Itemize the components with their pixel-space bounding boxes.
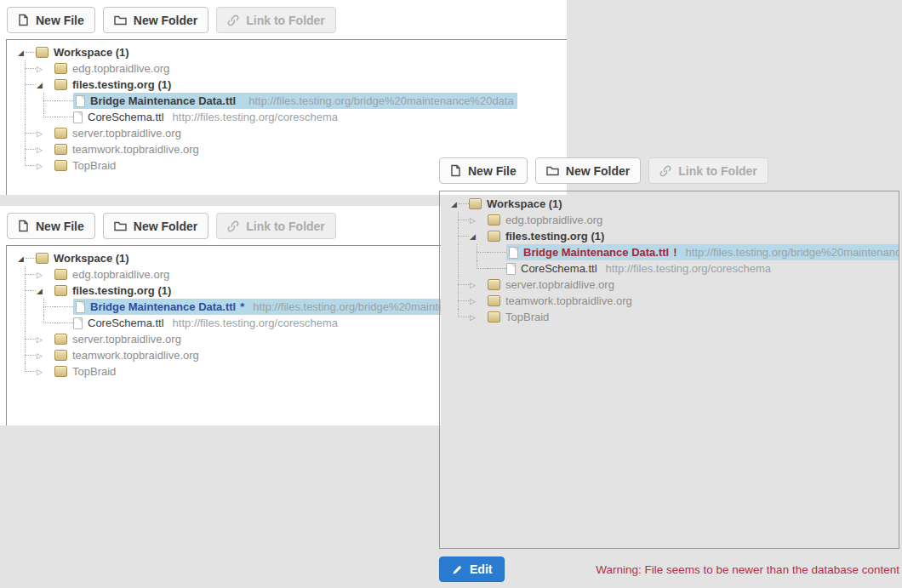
tree-item-edg[interactable]: ▷ edg.topbraidlive.org (440, 212, 899, 228)
toolbar: New File New Folder Link to Folder (0, 0, 567, 40)
folder-icon (54, 128, 67, 139)
expander-closed-icon[interactable]: ▷ (37, 335, 43, 343)
expander-closed-icon[interactable]: ▷ (37, 368, 43, 375)
expander-open-icon[interactable]: ◢ (37, 81, 43, 88)
tree-item-label: Bridge Maintenance Data.ttl (90, 94, 236, 107)
tree-item-coreschema[interactable]: CoreSchema.ttl http://files.testing.org/… (7, 109, 567, 125)
tree-item-label: TopBraid (72, 365, 116, 378)
tree-item-bridge-maintenance[interactable]: Bridge Maintenance Data.ttl * http://fil… (7, 299, 441, 315)
file-icon (73, 317, 83, 329)
selected-file-highlight[interactable]: Bridge Maintenance Data.ttl * http://fil… (73, 299, 441, 315)
new-folder-label: New Folder (566, 164, 630, 178)
new-folder-icon (114, 220, 127, 231)
tree-item-label: teamwork.topbraidlive.org (505, 294, 632, 307)
tree-item-files[interactable]: ◢ files.testing.org (1) (440, 228, 899, 244)
new-file-label: New File (468, 164, 517, 178)
expander-open-icon[interactable]: ◢ (37, 287, 43, 294)
new-folder-button[interactable]: New Folder (103, 213, 208, 239)
new-folder-button[interactable]: New Folder (103, 7, 208, 33)
folder-icon (488, 279, 500, 290)
new-folder-label: New Folder (134, 220, 197, 233)
new-file-icon (18, 14, 29, 26)
tree-item-topbraid[interactable]: ▷ TopBraid (7, 363, 441, 380)
tree-item-label: Workspace (1) (487, 197, 562, 210)
folder-icon (54, 350, 67, 361)
selected-file-highlight[interactable]: Bridge Maintenance Data.ttl http://files… (73, 93, 517, 109)
link-icon (227, 220, 239, 232)
link-to-folder-label: Link to Folder (246, 220, 325, 233)
tree-item-url: http://files.testing.org/bridge%20mainte… (686, 246, 899, 259)
folder-icon (54, 334, 67, 345)
tree-item-label: Bridge Maintenance Data.ttl (90, 300, 236, 313)
expander-closed-icon[interactable]: ▷ (470, 297, 476, 305)
tree-item-label: teamwork.topbraidlive.org (72, 349, 199, 362)
tree-item-teamwork[interactable]: ▷ teamwork.topbraidlive.org (7, 347, 441, 363)
tree-item-label: files.testing.org (1) (72, 78, 171, 91)
tree-item-files[interactable]: ◢ files.testing.org (1) (7, 77, 567, 93)
new-file-button[interactable]: New File (7, 213, 95, 239)
tree-item-label: server.topbraidlive.org (505, 278, 614, 291)
expander-open-icon[interactable]: ◢ (18, 254, 24, 262)
tree-item-server[interactable]: ▷ server.topbraidlive.org (7, 331, 441, 347)
file-icon (506, 263, 516, 275)
new-folder-button[interactable]: New Folder (535, 157, 641, 184)
tree-item-coreschema[interactable]: CoreSchema.ttl http://files.testing.org/… (440, 260, 899, 277)
tree-item-server[interactable]: ▷ server.topbraidlive.org (440, 277, 899, 293)
tree-item-label: server.topbraidlive.org (72, 127, 181, 140)
expander-closed-icon[interactable]: ▷ (470, 281, 476, 288)
link-to-folder-button[interactable]: Link to Folder (216, 7, 336, 33)
tree-item-edg[interactable]: ▷ edg.topbraidlive.org (7, 266, 441, 283)
file-icon (76, 301, 85, 313)
tree-item-label: files.testing.org (1) (505, 230, 604, 243)
tree-item-url: http://files.testing.org/coreschema (606, 262, 771, 275)
tree-item-edg[interactable]: ▷ edg.topbraidlive.org (7, 60, 567, 77)
workspace-tree-demo-page: New File New Folder Link to Folder ◢ Wor… (0, 0, 902, 588)
tree-item-label: server.topbraidlive.org (72, 333, 181, 345)
expander-closed-icon[interactable]: ▷ (37, 129, 43, 137)
tree-item-bridge-maintenance[interactable]: Bridge Maintenance Data.ttl ! http://fil… (440, 244, 899, 260)
new-file-button[interactable]: New File (439, 157, 528, 184)
tree-item-workspace[interactable]: ◢ Workspace (1) (440, 196, 899, 212)
expander-open-icon[interactable]: ◢ (18, 49, 24, 56)
expander-open-icon[interactable]: ◢ (451, 200, 457, 208)
tree-item-label: TopBraid (505, 311, 549, 323)
selected-file-highlight[interactable]: Bridge Maintenance Data.ttl ! http://fil… (506, 244, 899, 260)
expander-closed-icon[interactable]: ▷ (470, 216, 476, 224)
file-icon (73, 111, 83, 123)
tree-item-label: teamwork.topbraidlive.org (72, 143, 199, 156)
folder-icon (54, 63, 67, 74)
expander-closed-icon[interactable]: ▷ (37, 351, 43, 359)
new-file-button[interactable]: New File (7, 7, 95, 33)
tree-item-label: Workspace (1) (54, 46, 129, 59)
new-file-icon (450, 164, 461, 177)
folder-icon (469, 198, 482, 209)
expander-closed-icon[interactable]: ▷ (470, 313, 476, 321)
edit-label: Edit (470, 562, 492, 576)
folder-icon (488, 295, 500, 306)
link-to-folder-button[interactable]: Link to Folder (648, 157, 768, 184)
expander-closed-icon[interactable]: ▷ (37, 146, 43, 153)
modified-suffix: * (240, 300, 244, 313)
expander-closed-icon[interactable]: ▷ (37, 162, 43, 169)
tree-item-teamwork[interactable]: ▷ teamwork.topbraidlive.org (440, 293, 899, 309)
expander-closed-icon[interactable]: ▷ (37, 271, 43, 278)
tree-item-coreschema[interactable]: CoreSchema.ttl http://files.testing.org/… (7, 315, 441, 331)
pencil-icon (452, 564, 463, 575)
edit-button[interactable]: Edit (439, 557, 505, 582)
expander-closed-icon[interactable]: ▷ (37, 65, 43, 72)
link-to-folder-label: Link to Folder (678, 164, 757, 178)
expander-open-icon[interactable]: ◢ (470, 232, 476, 240)
tree-item-topbraid[interactable]: ▷ TopBraid (440, 309, 899, 325)
tree-item-bridge-maintenance[interactable]: Bridge Maintenance Data.ttl http://files… (7, 93, 567, 109)
folder-icon (54, 160, 67, 171)
file-icon (76, 95, 85, 107)
link-to-folder-button[interactable]: Link to Folder (216, 213, 336, 239)
tree-item-workspace[interactable]: ◢ Workspace (1) (7, 44, 567, 60)
folder-icon (488, 231, 500, 242)
tree-item-server[interactable]: ▷ server.topbraidlive.org (7, 125, 567, 141)
tree-item-label: Workspace (1) (54, 252, 129, 265)
file-tree-panel-right: New File New Folder Link to Folder ◢ Wor… (439, 151, 901, 588)
tree-item-files[interactable]: ◢ files.testing.org (1) (7, 283, 441, 299)
panel-footer: Edit Warning: File seems to be newer tha… (439, 557, 899, 582)
tree-item-workspace[interactable]: ◢ Workspace (1) (7, 250, 441, 266)
